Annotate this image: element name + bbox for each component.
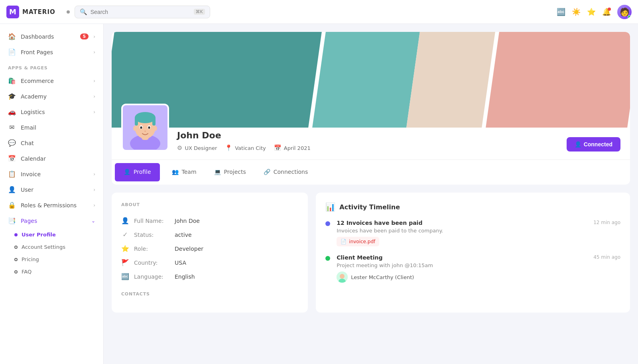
sidebar-label-ecommerce: Ecommerce (21, 78, 89, 84)
app-shell: M MATERIO 🔍 ⌘K 🔤 ☀️ ⭐ 🔔 🧑 (0, 0, 638, 364)
tab-profile-label: Profile (134, 169, 151, 175)
profile-tabs: 👤 Profile 👥 Team 💻 Projects 🔗 Connection… (112, 159, 630, 185)
svg-point-8 (140, 126, 142, 129)
about-row-fullname: 👤 Full Name: John Doe (121, 214, 298, 228)
meta-joined-value: April 2021 (284, 145, 311, 151)
role-icon: ⚙️ (177, 144, 182, 152)
profile-card: John Doe ⚙️ UX Designer 📍 Vatican City (112, 32, 630, 185)
section-title-apps: APPS & PAGES (0, 60, 103, 73)
profile-avatar (121, 104, 169, 152)
sidebar-subitem-faq[interactable]: FAQ (0, 266, 103, 278)
notifications-button[interactable]: 🔔 (602, 8, 611, 16)
tab-profile[interactable]: 👤 Profile (115, 163, 160, 181)
sidebar-item-calendar[interactable]: 📅 Calendar (0, 151, 103, 166)
timeline-person: Lester McCarthy (Client) (337, 272, 620, 283)
connected-label: Connected (584, 141, 612, 148)
tab-projects[interactable]: 💻 Projects (205, 160, 255, 185)
check-icon: ✓ (121, 231, 129, 238)
timeline-content-invoices: 12 Invoices have been paid 12 min ago In… (337, 220, 620, 246)
timeline-dot-blue (325, 221, 330, 226)
search-input[interactable] (91, 9, 191, 15)
about-label-fullname: Full Name: (134, 218, 170, 224)
dashboards-badge: 5 (80, 33, 89, 39)
sidebar-item-logistics[interactable]: 🚗 Logistics › (0, 104, 103, 120)
sidebar-item-invoice[interactable]: 📋 Invoice › (0, 166, 103, 182)
about-val-status: active (175, 232, 192, 238)
user-avatar[interactable]: 🧑 (617, 5, 632, 19)
meta-role: ⚙️ UX Designer (177, 144, 217, 152)
sidebar-label-invoice: Invoice (21, 171, 89, 177)
person-avatar-svg (337, 272, 348, 283)
svg-rect-4 (135, 117, 138, 126)
chevron-right-icon: › (93, 78, 95, 84)
search-shortcut: ⌘K (194, 9, 205, 15)
language-icon: 🔤 (121, 273, 129, 280)
profile-info-row: John Doe ⚙️ UX Designer 📍 Vatican City (112, 128, 630, 159)
sidebar-item-pages[interactable]: 📑 Pages ⌄ (0, 213, 103, 228)
sidebar-subitem-pricing[interactable]: Pricing (0, 253, 103, 266)
sidebar-item-chat[interactable]: 💬 Chat (0, 135, 103, 151)
tab-connections[interactable]: 🔗 Connections (255, 160, 317, 185)
about-val-language: English (175, 273, 195, 280)
activity-card: 📊 Activity Timeline 12 Invoices have bee… (316, 193, 630, 313)
meta-joined: 📅 April 2021 (274, 144, 311, 152)
calendar-icon: 📅 (8, 155, 16, 162)
about-label-status: Status: (134, 232, 170, 238)
translate-button[interactable]: 🔤 (557, 8, 565, 16)
avatar-image (123, 105, 167, 150)
sidebar-item-dashboards[interactable]: 🏠 Dashboards 5 › (0, 29, 103, 44)
chat-icon: 💬 (8, 139, 16, 147)
meta-role-value: UX Designer (185, 145, 217, 151)
profile-body: ABOUT 👤 Full Name: John Doe ✓ Status: ac… (112, 193, 630, 313)
online-indicator (628, 15, 631, 19)
connected-icon: 👤 (575, 141, 581, 148)
tab-team[interactable]: 👥 Team (163, 160, 205, 185)
chevron-right-icon: › (93, 34, 95, 39)
notification-badge (608, 8, 611, 11)
document-icon: 📄 (8, 48, 16, 56)
inactive-dot (14, 270, 18, 273)
logo-text: MATERIO (22, 8, 55, 16)
timeline-dot-green (325, 256, 330, 261)
sidebar-subitem-user-profile[interactable]: User Profile (0, 228, 103, 241)
chevron-right-icon: › (93, 203, 95, 208)
sidebar-item-email[interactable]: ✉️ Email (0, 120, 103, 135)
home-icon: 🏠 (8, 33, 16, 40)
connected-button[interactable]: 👤 Connected (567, 137, 620, 152)
sidebar-subitem-account-settings[interactable]: Account Settings (0, 241, 103, 253)
profile-meta: ⚙️ UX Designer 📍 Vatican City 📅 April 20 (177, 144, 559, 152)
tab-projects-label: Projects (224, 169, 246, 175)
sidebar-label-pages: Pages (21, 218, 87, 224)
sidebar-item-academy[interactable]: 🎓 Academy › (0, 89, 103, 104)
svg-point-10 (144, 131, 146, 132)
search-box[interactable]: 🔍 ⌘K (75, 6, 210, 18)
academy-icon: 🎓 (8, 92, 16, 100)
chevron-right-icon: › (93, 94, 95, 99)
about-row-country: 🚩 Country: USA (121, 256, 298, 270)
calendar-icon: 📅 (274, 144, 282, 152)
tab-connections-label: Connections (274, 169, 308, 175)
timeline-attachment-invoice[interactable]: 📄 invoice.pdf (337, 237, 379, 246)
bookmark-button[interactable]: ⭐ (587, 8, 596, 16)
user-icon: 👤 (8, 186, 16, 193)
about-row-status: ✓ Status: active (121, 228, 298, 242)
timeline-time-invoices: 12 min ago (593, 220, 620, 225)
sidebar-item-front-pages[interactable]: 📄 Front Pages › (0, 44, 103, 60)
about-section-title: ABOUT (121, 202, 298, 207)
timeline-event-invoices: 12 Invoices have been paid (337, 220, 422, 226)
timeline-desc-invoices: Invoices have been paid to the company. (337, 228, 620, 234)
timeline-desc-meeting: Project meeting with john @10:15am (337, 262, 620, 268)
cover-pink (486, 32, 630, 128)
about-label-language: Language: (134, 273, 170, 280)
theme-button[interactable]: ☀️ (572, 8, 581, 16)
sidebar-item-ecommerce[interactable]: 🛍️ Ecommerce › (0, 73, 103, 89)
sidebar-item-user[interactable]: 👤 User › (0, 182, 103, 197)
sidebar-label-logistics: Logistics (21, 109, 89, 115)
translate-icon: 🔤 (557, 8, 565, 16)
chevron-right-icon: › (93, 109, 95, 115)
svg-point-14 (340, 274, 345, 279)
tab-projects-icon: 💻 (214, 169, 221, 175)
sidebar-label-email: Email (21, 124, 95, 131)
timeline-item-meeting: Client Meeting 45 min ago Project meetin… (325, 254, 620, 283)
sidebar-item-roles[interactable]: 🔒 Roles & Permissions › (0, 197, 103, 213)
